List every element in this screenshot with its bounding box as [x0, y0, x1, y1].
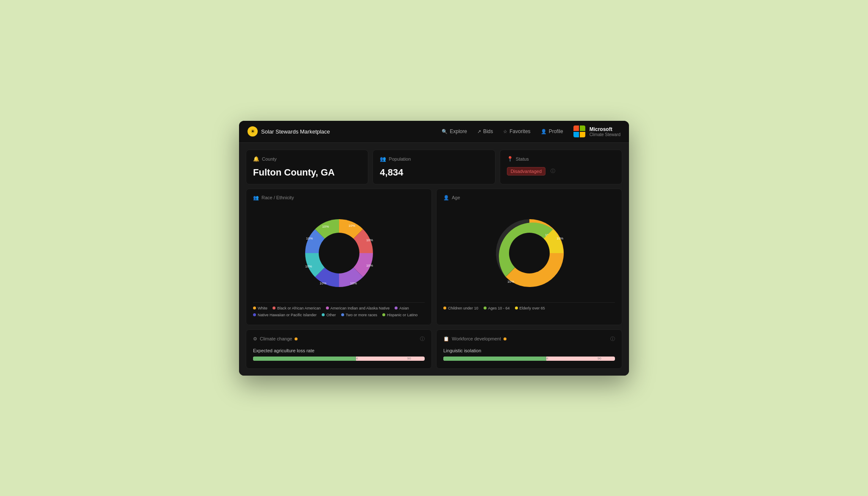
- nav-favorites[interactable]: ☆ Favorites: [503, 128, 530, 134]
- bids-icon: ↗: [477, 129, 481, 134]
- county-label: 🔔 County: [253, 156, 361, 162]
- workforce-tick-90: 90: [598, 357, 601, 360]
- app-window: ☀ Solar Stewards Marketplace 🔍 Explore ↗…: [239, 121, 629, 376]
- age-donut-chart: 10% 10% 10%: [487, 211, 572, 295]
- user-info: Microsoft Climate Steward: [573, 125, 620, 137]
- climate-info-icon[interactable]: ⓘ: [420, 336, 425, 342]
- county-value: Fulton County, GA: [253, 167, 361, 178]
- logo-q3: [573, 132, 579, 137]
- logo-q1: [573, 125, 579, 131]
- donut-hole: [319, 233, 359, 273]
- population-icon: 👥: [380, 156, 386, 162]
- main-content: 🔔 County Fulton County, GA 👥 Population …: [239, 143, 629, 376]
- workforce-tick-54: 54: [545, 357, 548, 360]
- workforce-title: 📋 Workforce development: [443, 336, 506, 342]
- brand-name: Solar Stewards Marketplace: [261, 128, 330, 135]
- brand: ☀ Solar Stewards Marketplace: [248, 126, 442, 137]
- age-chart-title: 👤 Age: [443, 195, 615, 201]
- nav-explore[interactable]: 🔍 Explore: [442, 128, 467, 134]
- user-icon: 👤: [541, 129, 547, 134]
- status-info-icon[interactable]: ⓘ: [551, 168, 555, 174]
- pct-other: 10%: [305, 265, 312, 268]
- status-icon: 📍: [507, 156, 513, 162]
- climate-title: ⚙ Climate change: [253, 336, 298, 342]
- logo-q4: [580, 132, 585, 137]
- legend-dot-black: [273, 307, 275, 309]
- legend-dot-hispanic: [382, 313, 385, 316]
- user-details: Microsoft Climate Steward: [590, 126, 620, 137]
- legend-dot-other: [322, 313, 325, 316]
- workforce-progress-bar: [443, 357, 615, 361]
- workforce-metric: Linguistic isolation: [443, 348, 615, 353]
- workforce-progress: 54 90: [443, 357, 615, 362]
- climate-dot: [295, 337, 298, 340]
- legend-multirace: Two or more races: [341, 313, 378, 317]
- bottom-row: ⚙ Climate change ⓘ Expected agriculture …: [246, 329, 622, 369]
- workforce-progress-fill: [443, 357, 546, 361]
- legend-dot-multirace: [341, 313, 344, 316]
- user-company: Microsoft: [590, 126, 620, 132]
- county-card: 🔔 County Fulton County, GA: [246, 150, 368, 184]
- age-icon: 👤: [443, 195, 449, 201]
- legend-other: Other: [322, 313, 336, 317]
- star-icon: ☆: [503, 129, 507, 134]
- age-legend: Children under 10 Ages 10 - 64 Elderly o…: [443, 302, 615, 312]
- nav-profile[interactable]: 👤 Profile: [541, 128, 563, 134]
- race-chart-card: 👥 Race / Ethnicity 10% 10% 10%: [246, 189, 432, 325]
- logo-q2: [580, 125, 585, 131]
- workforce-info-icon[interactable]: ⓘ: [610, 336, 615, 342]
- age-donut-container: 10% 10% 10%: [443, 204, 615, 299]
- legend-hispanic: Hispanic or Latino: [382, 313, 417, 317]
- race-donut-container: 10% 10% 10% 10% 10%: [253, 204, 425, 299]
- legend-elderly: Elderly over 65: [515, 306, 545, 310]
- brand-icon: ☀: [248, 126, 258, 137]
- population-label: 👥 Population: [380, 156, 488, 162]
- legend-black: Black or African American: [273, 306, 321, 310]
- climate-progress-bar: [253, 357, 425, 361]
- legend-dot-white: [253, 307, 256, 309]
- pct-white: 10%: [348, 224, 355, 228]
- search-icon: 🔍: [442, 129, 448, 134]
- race-chart-title: 👥 Race / Ethnicity: [253, 195, 425, 201]
- pct-children: 10%: [507, 280, 514, 284]
- pct-pacific: 10%: [319, 281, 326, 285]
- climate-progress-fill: [253, 357, 356, 361]
- climate-icon: ⚙: [253, 336, 257, 342]
- age-donut-hole: [509, 233, 550, 273]
- pct-elderly: 10%: [556, 237, 563, 240]
- climate-metric: Expected agriculture loss rate: [253, 348, 425, 353]
- pct-black: 10%: [366, 238, 373, 242]
- climate-tick-90: 90: [407, 357, 411, 360]
- legend-dot-middle: [484, 307, 487, 309]
- legend-middle-age: Ages 10 - 64: [484, 306, 510, 310]
- age-chart-card: 👤 Age 10% 10% 10%: [436, 189, 622, 325]
- nav-links: 🔍 Explore ↗ Bids ☆ Favorites 👤 Profile: [442, 128, 563, 134]
- workforce-header: 📋 Workforce development ⓘ: [443, 336, 615, 342]
- climate-card: ⚙ Climate change ⓘ Expected agriculture …: [246, 329, 432, 369]
- county-icon: 🔔: [253, 156, 259, 162]
- legend-asian: Asian: [395, 306, 409, 310]
- legend-dot-asian: [395, 307, 398, 309]
- pct-multirace: 10%: [306, 237, 312, 240]
- navbar: ☀ Solar Stewards Marketplace 🔍 Explore ↗…: [239, 121, 629, 143]
- workforce-icon: 📋: [443, 336, 449, 342]
- legend-native: American Indian and Alaska Native: [326, 306, 390, 310]
- pct-native: 10%: [366, 264, 373, 268]
- legend-dot-pacific: [253, 313, 256, 316]
- legend-children: Children under 10: [443, 306, 479, 310]
- race-legend: White Black or African American American…: [253, 302, 425, 319]
- race-donut-chart: 10% 10% 10% 10% 10%: [297, 211, 381, 295]
- microsoft-logo: [573, 125, 585, 137]
- race-icon: 👥: [253, 195, 259, 201]
- top-cards: 🔔 County Fulton County, GA 👥 Population …: [246, 150, 622, 184]
- pct-hispanic: 10%: [322, 225, 328, 228]
- legend-white: White: [253, 306, 267, 310]
- legend-pacific: Native Hawaiian or Pacific Islander: [253, 313, 317, 317]
- nav-bids[interactable]: ↗ Bids: [477, 128, 493, 134]
- status-card: 📍 Status Disadvantaged ⓘ: [500, 150, 622, 184]
- population-value: 4,834: [380, 167, 488, 178]
- climate-header: ⚙ Climate change ⓘ: [253, 336, 425, 342]
- workforce-card: 📋 Workforce development ⓘ Linguistic iso…: [436, 329, 622, 369]
- legend-dot-children: [443, 307, 446, 309]
- user-role: Climate Steward: [590, 132, 620, 137]
